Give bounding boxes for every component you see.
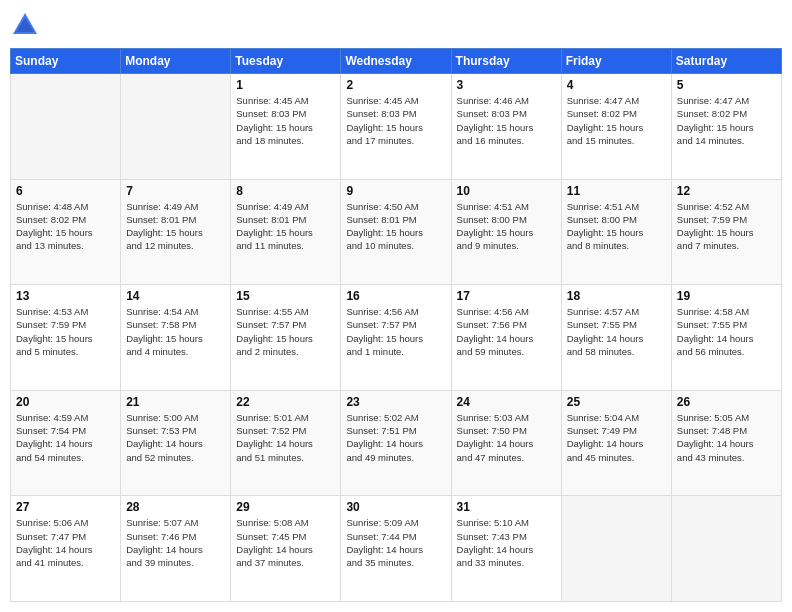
cell-content: Sunrise: 5:06 AMSunset: 7:47 PMDaylight:… — [16, 516, 115, 569]
calendar-week-4: 20Sunrise: 4:59 AMSunset: 7:54 PMDayligh… — [11, 390, 782, 496]
day-number: 14 — [126, 289, 225, 303]
calendar-cell: 13Sunrise: 4:53 AMSunset: 7:59 PMDayligh… — [11, 285, 121, 391]
calendar-cell: 14Sunrise: 4:54 AMSunset: 7:58 PMDayligh… — [121, 285, 231, 391]
calendar-cell: 7Sunrise: 4:49 AMSunset: 8:01 PMDaylight… — [121, 179, 231, 285]
calendar-cell: 21Sunrise: 5:00 AMSunset: 7:53 PMDayligh… — [121, 390, 231, 496]
day-number: 30 — [346, 500, 445, 514]
calendar: SundayMondayTuesdayWednesdayThursdayFrid… — [10, 48, 782, 602]
cell-content: Sunrise: 5:07 AMSunset: 7:46 PMDaylight:… — [126, 516, 225, 569]
calendar-cell: 4Sunrise: 4:47 AMSunset: 8:02 PMDaylight… — [561, 74, 671, 180]
day-number: 8 — [236, 184, 335, 198]
calendar-week-1: 1Sunrise: 4:45 AMSunset: 8:03 PMDaylight… — [11, 74, 782, 180]
calendar-cell: 31Sunrise: 5:10 AMSunset: 7:43 PMDayligh… — [451, 496, 561, 602]
day-number: 7 — [126, 184, 225, 198]
cell-content: Sunrise: 4:45 AMSunset: 8:03 PMDaylight:… — [236, 94, 335, 147]
calendar-week-3: 13Sunrise: 4:53 AMSunset: 7:59 PMDayligh… — [11, 285, 782, 391]
cell-content: Sunrise: 4:59 AMSunset: 7:54 PMDaylight:… — [16, 411, 115, 464]
weekday-header-saturday: Saturday — [671, 49, 781, 74]
cell-content: Sunrise: 4:53 AMSunset: 7:59 PMDaylight:… — [16, 305, 115, 358]
day-number: 6 — [16, 184, 115, 198]
calendar-week-5: 27Sunrise: 5:06 AMSunset: 7:47 PMDayligh… — [11, 496, 782, 602]
calendar-cell: 23Sunrise: 5:02 AMSunset: 7:51 PMDayligh… — [341, 390, 451, 496]
day-number: 29 — [236, 500, 335, 514]
cell-content: Sunrise: 4:57 AMSunset: 7:55 PMDaylight:… — [567, 305, 666, 358]
calendar-cell: 1Sunrise: 4:45 AMSunset: 8:03 PMDaylight… — [231, 74, 341, 180]
calendar-cell: 16Sunrise: 4:56 AMSunset: 7:57 PMDayligh… — [341, 285, 451, 391]
cell-content: Sunrise: 4:45 AMSunset: 8:03 PMDaylight:… — [346, 94, 445, 147]
day-number: 27 — [16, 500, 115, 514]
calendar-cell: 18Sunrise: 4:57 AMSunset: 7:55 PMDayligh… — [561, 285, 671, 391]
cell-content: Sunrise: 4:48 AMSunset: 8:02 PMDaylight:… — [16, 200, 115, 253]
calendar-body: 1Sunrise: 4:45 AMSunset: 8:03 PMDaylight… — [11, 74, 782, 602]
day-number: 31 — [457, 500, 556, 514]
day-number: 28 — [126, 500, 225, 514]
day-number: 19 — [677, 289, 776, 303]
cell-content: Sunrise: 4:51 AMSunset: 8:00 PMDaylight:… — [567, 200, 666, 253]
calendar-cell — [671, 496, 781, 602]
calendar-header: SundayMondayTuesdayWednesdayThursdayFrid… — [11, 49, 782, 74]
cell-content: Sunrise: 4:54 AMSunset: 7:58 PMDaylight:… — [126, 305, 225, 358]
cell-content: Sunrise: 4:49 AMSunset: 8:01 PMDaylight:… — [236, 200, 335, 253]
calendar-cell: 29Sunrise: 5:08 AMSunset: 7:45 PMDayligh… — [231, 496, 341, 602]
cell-content: Sunrise: 4:56 AMSunset: 7:57 PMDaylight:… — [346, 305, 445, 358]
day-number: 1 — [236, 78, 335, 92]
day-number: 10 — [457, 184, 556, 198]
cell-content: Sunrise: 5:02 AMSunset: 7:51 PMDaylight:… — [346, 411, 445, 464]
calendar-cell: 26Sunrise: 5:05 AMSunset: 7:48 PMDayligh… — [671, 390, 781, 496]
calendar-cell: 8Sunrise: 4:49 AMSunset: 8:01 PMDaylight… — [231, 179, 341, 285]
cell-content: Sunrise: 5:04 AMSunset: 7:49 PMDaylight:… — [567, 411, 666, 464]
calendar-cell: 12Sunrise: 4:52 AMSunset: 7:59 PMDayligh… — [671, 179, 781, 285]
calendar-cell: 9Sunrise: 4:50 AMSunset: 8:01 PMDaylight… — [341, 179, 451, 285]
cell-content: Sunrise: 5:00 AMSunset: 7:53 PMDaylight:… — [126, 411, 225, 464]
page: SundayMondayTuesdayWednesdayThursdayFrid… — [0, 0, 792, 612]
calendar-cell: 5Sunrise: 4:47 AMSunset: 8:02 PMDaylight… — [671, 74, 781, 180]
day-number: 9 — [346, 184, 445, 198]
calendar-cell: 10Sunrise: 4:51 AMSunset: 8:00 PMDayligh… — [451, 179, 561, 285]
weekday-header-tuesday: Tuesday — [231, 49, 341, 74]
cell-content: Sunrise: 4:55 AMSunset: 7:57 PMDaylight:… — [236, 305, 335, 358]
day-number: 5 — [677, 78, 776, 92]
calendar-cell: 27Sunrise: 5:06 AMSunset: 7:47 PMDayligh… — [11, 496, 121, 602]
logo-icon — [10, 10, 40, 40]
day-number: 2 — [346, 78, 445, 92]
cell-content: Sunrise: 4:51 AMSunset: 8:00 PMDaylight:… — [457, 200, 556, 253]
calendar-cell: 3Sunrise: 4:46 AMSunset: 8:03 PMDaylight… — [451, 74, 561, 180]
logo — [10, 10, 44, 40]
cell-content: Sunrise: 5:03 AMSunset: 7:50 PMDaylight:… — [457, 411, 556, 464]
weekday-header-monday: Monday — [121, 49, 231, 74]
weekday-header-wednesday: Wednesday — [341, 49, 451, 74]
cell-content: Sunrise: 5:08 AMSunset: 7:45 PMDaylight:… — [236, 516, 335, 569]
cell-content: Sunrise: 4:47 AMSunset: 8:02 PMDaylight:… — [567, 94, 666, 147]
day-number: 23 — [346, 395, 445, 409]
day-number: 12 — [677, 184, 776, 198]
day-number: 24 — [457, 395, 556, 409]
cell-content: Sunrise: 4:49 AMSunset: 8:01 PMDaylight:… — [126, 200, 225, 253]
day-number: 15 — [236, 289, 335, 303]
day-number: 20 — [16, 395, 115, 409]
day-number: 21 — [126, 395, 225, 409]
calendar-cell: 30Sunrise: 5:09 AMSunset: 7:44 PMDayligh… — [341, 496, 451, 602]
cell-content: Sunrise: 5:05 AMSunset: 7:48 PMDaylight:… — [677, 411, 776, 464]
calendar-cell: 6Sunrise: 4:48 AMSunset: 8:02 PMDaylight… — [11, 179, 121, 285]
day-number: 11 — [567, 184, 666, 198]
cell-content: Sunrise: 4:56 AMSunset: 7:56 PMDaylight:… — [457, 305, 556, 358]
day-number: 18 — [567, 289, 666, 303]
calendar-cell — [11, 74, 121, 180]
calendar-cell: 15Sunrise: 4:55 AMSunset: 7:57 PMDayligh… — [231, 285, 341, 391]
day-number: 4 — [567, 78, 666, 92]
day-number: 16 — [346, 289, 445, 303]
cell-content: Sunrise: 5:01 AMSunset: 7:52 PMDaylight:… — [236, 411, 335, 464]
weekday-header-sunday: Sunday — [11, 49, 121, 74]
cell-content: Sunrise: 4:58 AMSunset: 7:55 PMDaylight:… — [677, 305, 776, 358]
calendar-cell: 19Sunrise: 4:58 AMSunset: 7:55 PMDayligh… — [671, 285, 781, 391]
day-number: 13 — [16, 289, 115, 303]
day-number: 26 — [677, 395, 776, 409]
cell-content: Sunrise: 5:09 AMSunset: 7:44 PMDaylight:… — [346, 516, 445, 569]
calendar-cell: 24Sunrise: 5:03 AMSunset: 7:50 PMDayligh… — [451, 390, 561, 496]
cell-content: Sunrise: 4:46 AMSunset: 8:03 PMDaylight:… — [457, 94, 556, 147]
weekday-row: SundayMondayTuesdayWednesdayThursdayFrid… — [11, 49, 782, 74]
cell-content: Sunrise: 4:50 AMSunset: 8:01 PMDaylight:… — [346, 200, 445, 253]
cell-content: Sunrise: 4:47 AMSunset: 8:02 PMDaylight:… — [677, 94, 776, 147]
day-number: 17 — [457, 289, 556, 303]
calendar-cell — [121, 74, 231, 180]
